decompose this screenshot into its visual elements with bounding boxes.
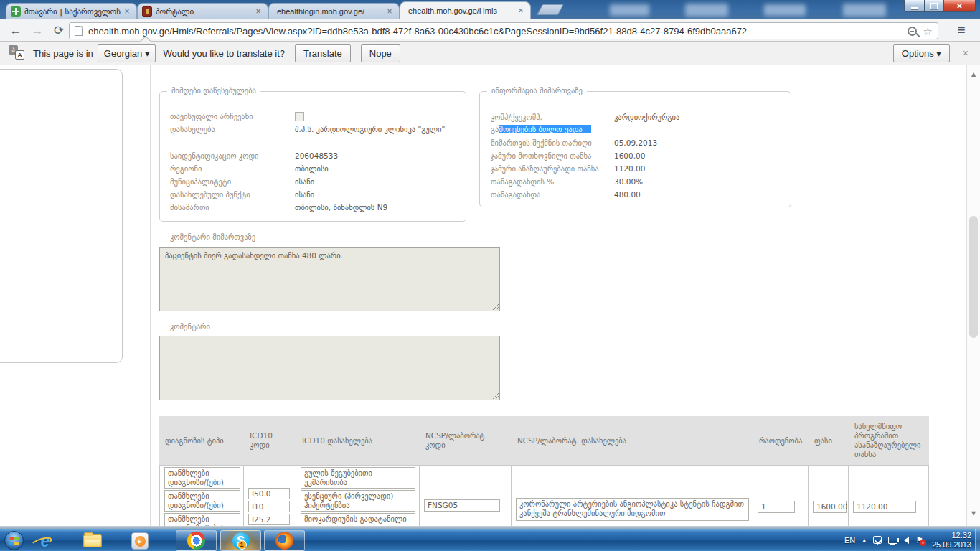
infobar-close-icon[interactable]: × <box>963 47 969 59</box>
field-value: თბილისი, წინანდლის N9 <box>295 201 466 214</box>
field-value: 206048533 <box>295 149 466 162</box>
field-label: თავისუფალი არჩევანი <box>170 110 295 123</box>
diagnosis-type-input[interactable]: თანმხლები დიაგნოზი/(ები) <box>164 513 240 526</box>
shield-favicon-icon <box>11 6 21 17</box>
tab-close-icon[interactable]: × <box>253 6 263 17</box>
scroll-down-icon[interactable]: ▼ <box>967 510 980 517</box>
cell-icd10-codes: I50.0 I10 I25.2 <box>244 465 296 526</box>
tab-close-icon[interactable]: × <box>385 6 395 17</box>
action-center-flag-icon[interactable]: ⚑× <box>915 536 923 545</box>
url-text[interactable]: ehealth.moh.gov.ge/Hmis/Referrals/Pages/… <box>88 26 908 37</box>
system-tray: EN ▲ ⚑× 12:32 25.09.2013 <box>838 529 974 551</box>
back-button[interactable]: ← <box>6 22 26 39</box>
vertical-scrollbar[interactable]: ▲ ▼ <box>966 65 980 526</box>
tray-expand-icon[interactable]: ▲ <box>862 537 867 542</box>
quantity-input[interactable]: 1 <box>758 501 795 513</box>
cell-ncsp-code: FNSG05 <box>420 465 512 526</box>
file-explorer-icon[interactable] <box>80 532 105 550</box>
clock-time: 12:32 <box>951 531 971 540</box>
tab-ehealth-active[interactable]: ehealth.moh.gov.ge/Hmis × <box>400 1 531 19</box>
volume-icon[interactable] <box>904 537 909 544</box>
col-header-ncsp-code: NCSP/ლაბორატ. კოდი <box>420 416 512 465</box>
tab-ehealthlogin[interactable]: ehealthlogin.moh.gov.ge/ × <box>268 3 400 19</box>
cell-ncsp-name: კორონარული არტერიების ანგიოპლასტიკა სტენ… <box>512 465 753 526</box>
col-header-icd10-code: ICD10 კოდი <box>244 416 296 465</box>
field-label: კომპ/ქვეკომპ. <box>491 110 614 123</box>
skype-notification-badge: 1 <box>237 540 247 550</box>
icd10-code-input[interactable]: I25.2 <box>248 514 290 525</box>
chrome-menu-button[interactable]: ≡ <box>948 22 974 39</box>
field-value: 1120.00 <box>614 162 786 175</box>
page-info-icon[interactable] <box>75 26 83 36</box>
aero-glass-reflection <box>843 4 886 17</box>
forward-button[interactable]: → <box>27 22 47 39</box>
start-button[interactable] <box>4 531 24 550</box>
window-close-button[interactable]: ✕ <box>943 0 976 12</box>
windows-logo-icon <box>9 537 19 545</box>
nope-button[interactable]: Nope <box>361 44 400 62</box>
options-label: Options <box>902 48 934 59</box>
skype-icon: S1 <box>232 532 250 550</box>
tab-home-portal[interactable]: მთავარი | საქართველოს × <box>6 3 137 19</box>
tab-close-icon[interactable]: × <box>516 6 526 16</box>
icd10-name-input[interactable]: გულის შეგუბებითი უკმარისობა <box>301 467 415 489</box>
field-label: ჯამური მოთხოვნილი თანხა <box>491 149 614 162</box>
keyboard-language-indicator[interactable]: EN <box>844 536 855 545</box>
selected-text: მოყენების ბოლო ვადა <box>499 125 590 133</box>
ncsp-name-input[interactable]: კორონარული არტერიების ანგიოპლასტიკა სტენ… <box>516 498 749 521</box>
safely-remove-hardware-icon[interactable] <box>873 536 882 544</box>
tab-title: მთავარი | საქართველოს <box>24 7 122 17</box>
free-choice-checkbox[interactable] <box>295 112 304 121</box>
icd10-name-input[interactable]: მიოკარდიუმის გადატანილი <box>301 513 415 526</box>
col-header-program-amount: სახელმწიფო პროგრამით ასანაზღაურებელი თან… <box>849 416 929 465</box>
zoom-magnifier-icon[interactable] <box>908 27 917 36</box>
bookmark-star-icon[interactable]: ☆ <box>923 26 933 37</box>
chrome-taskbar-button[interactable] <box>176 530 217 551</box>
comment-textarea[interactable] <box>159 336 500 400</box>
price-input[interactable]: 1600.00 <box>813 501 847 513</box>
table-header-row: დიაგნოზის ტიპი ICD10 კოდი ICD10 დასახელე… <box>159 416 929 465</box>
window-minimize-button[interactable] <box>904 0 925 12</box>
skype-taskbar-button[interactable]: S1 <box>220 530 261 551</box>
resize-grip-icon[interactable] <box>491 303 499 310</box>
language-value: Georgian <box>104 48 142 59</box>
ncsp-code-input[interactable]: FNSG05 <box>424 499 500 512</box>
desktop: მთავარი | საქართველოს × პორტალი × ehealt… <box>0 0 980 551</box>
window-restore-button[interactable] <box>924 0 944 12</box>
media-player-icon[interactable]: ▶ <box>128 532 152 550</box>
scroll-up-icon[interactable]: ▲ <box>967 71 980 77</box>
referral-info-fieldset: ინფორმაცია მიმართვაზე კომპ/ქვეკომპ. კარდ… <box>479 91 791 207</box>
translate-icon: ა A <box>9 45 26 61</box>
diagnosis-type-input[interactable]: თანმხლები დიაგნოზი/(ები) <box>164 467 240 489</box>
icd10-code-input[interactable]: I50.0 <box>248 488 290 499</box>
resize-grip-icon[interactable] <box>491 392 499 399</box>
col-header-price: ფასი <box>809 416 849 465</box>
scrollbar-thumb[interactable] <box>969 216 978 338</box>
aero-glass-reflection <box>685 4 728 17</box>
address-bar[interactable]: ehealth.moh.gov.ge/Hmis/Referrals/Pages/… <box>69 22 938 39</box>
infobar-question: Would you like to translate it? <box>163 48 285 59</box>
infobar-message-prefix: This page is in <box>33 48 93 59</box>
taskbar-clock[interactable]: 12:32 25.09.2013 <box>932 531 971 550</box>
referral-comment-textarea[interactable]: პაციენტის მიერ გადასახდელი თანხა 480 ლარ… <box>159 247 500 311</box>
left-menu-panel <box>0 69 123 363</box>
firefox-taskbar-button[interactable] <box>264 530 305 551</box>
internet-explorer-icon[interactable]: e <box>33 532 57 550</box>
chrome-icon <box>187 532 205 550</box>
translate-button[interactable]: Translate <box>295 44 351 62</box>
table-body-row: თანმხლები დიაგნოზი/(ები) თანმხლები დიაგნ… <box>159 465 929 526</box>
tab-portal[interactable]: პორტალი × <box>137 3 268 19</box>
program-amount-input[interactable]: 1120.00 <box>853 501 916 513</box>
diagnosis-type-input[interactable]: თანმხლები დიაგნოზი/(ები) <box>164 490 240 512</box>
cell-diagnosis-types: თანმხლები დიაგნოზი/(ები) თანმხლები დიაგნ… <box>159 465 244 526</box>
icd10-code-input[interactable]: I10 <box>248 501 290 512</box>
icd10-name-input[interactable]: ესენციური (პირველადი) ჰიპერტენზია <box>301 490 415 512</box>
comment-label: კომენტარი <box>170 322 210 331</box>
reload-button[interactable]: ⟳ <box>49 22 69 39</box>
language-dropdown[interactable]: Georgian ▾ <box>98 44 156 62</box>
new-tab-button[interactable] <box>537 4 564 15</box>
field-label: დასახლებული პუნქტი <box>170 188 295 201</box>
show-desktop-button[interactable] <box>975 529 980 551</box>
options-dropdown[interactable]: Options ▾ <box>893 44 950 62</box>
tab-close-icon[interactable]: × <box>122 6 132 17</box>
